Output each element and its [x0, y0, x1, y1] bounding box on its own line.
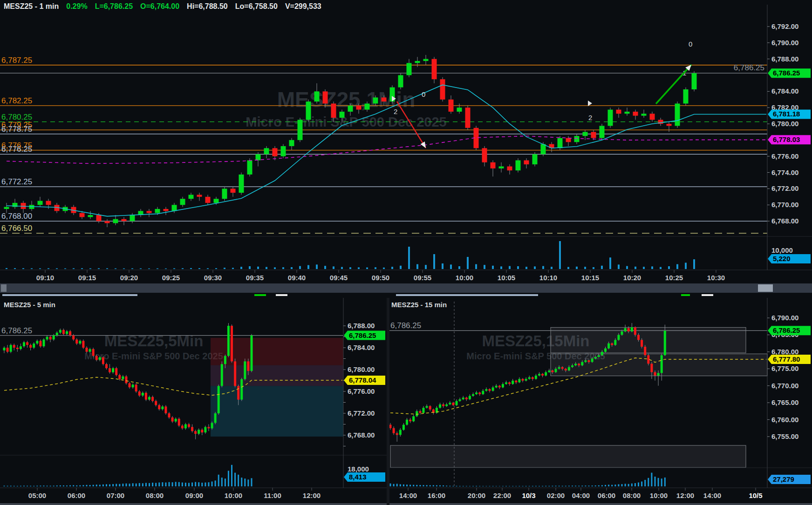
volume-bar [548, 486, 550, 486]
candle-body [675, 103, 680, 126]
volume-bar [578, 486, 580, 486]
candle-body [356, 106, 362, 110]
candle-body [46, 201, 51, 205]
candle-body [256, 154, 261, 160]
candle-body [601, 352, 603, 355]
candle-body [224, 356, 226, 364]
volume-bar [416, 485, 417, 486]
volume-bar [592, 485, 593, 486]
candle-body [222, 189, 227, 199]
price-plot-1min[interactable]: 6,787.256,782.256,780.256,779.256,778.75… [0, 0, 812, 298]
volume-bar [185, 483, 186, 486]
candle-body [578, 364, 580, 365]
panel-divider [387, 298, 389, 505]
scrollbar-track[interactable] [0, 283, 812, 293]
candle-body [289, 140, 294, 146]
volume-bar [655, 477, 656, 486]
candle-body [650, 364, 653, 372]
candle-body [105, 364, 108, 368]
candle-body [69, 331, 71, 336]
volume-bar [201, 483, 203, 486]
price-level-label: 6,768.00 [1, 212, 32, 221]
candle-body [16, 348, 19, 349]
volume-bar [635, 267, 636, 269]
candle-body [99, 357, 101, 360]
candle-body [644, 347, 646, 355]
price-plot-15min[interactable]: 6,786.256,790.006,785.006,780.006,775.00… [387, 298, 812, 505]
candle-body [3, 348, 6, 350]
candle-body [412, 416, 415, 421]
price-axis-label: 6,790.00 [771, 314, 798, 322]
candle-body [518, 379, 520, 382]
candle-body [20, 346, 22, 349]
volume-bar [467, 257, 469, 269]
volume-bar [165, 483, 166, 486]
candle-body [628, 328, 630, 331]
time-axis: 09:1009:1509:2009:2509:3009:3509:4009:45… [36, 270, 725, 282]
scrollbar-left-button[interactable] [1, 284, 7, 292]
volume-bar [539, 486, 540, 486]
volume-bar [585, 485, 586, 486]
volume-layer [390, 473, 666, 486]
candle-body [568, 367, 570, 370]
price-plot-5min[interactable]: 6,786.256,788.006,784.006,780.006,776.00… [0, 298, 387, 505]
candle-body [240, 379, 243, 400]
volume-bar [60, 485, 61, 486]
time-axis-label: 09:10 [36, 274, 54, 282]
candle-body [145, 393, 147, 400]
volume-bar [433, 485, 434, 486]
bottom-scrollbar[interactable] [0, 503, 387, 505]
candle-body [273, 148, 278, 156]
time-axis-label: 09:30 [204, 274, 222, 282]
volume-bar [129, 484, 130, 486]
volume-bar [676, 264, 678, 269]
volume-bar [162, 482, 163, 486]
volume-bar [116, 484, 117, 486]
volume-bar [247, 479, 249, 486]
volume-bar [515, 486, 517, 486]
volume-bar [341, 267, 343, 269]
candle-body [604, 349, 607, 352]
volume-bar [545, 486, 546, 486]
candle-body [36, 341, 38, 343]
candle-body [130, 215, 135, 221]
scrollbar-thumb[interactable] [758, 284, 773, 292]
zone-box [211, 338, 343, 365]
volume-bar [509, 486, 510, 486]
volume-bar [190, 268, 192, 269]
bottom-scrollbar[interactable] [389, 503, 812, 505]
time-axis-label: 04:00 [572, 492, 590, 499]
candle-body [198, 430, 200, 434]
volume-layer [4, 465, 252, 486]
volume-bar [601, 266, 603, 269]
low-price: Lo=6,758.50 [235, 2, 278, 10]
candle-body [566, 138, 571, 142]
volume-badge: 8,413 [349, 473, 367, 481]
time-axis-label: 06:00 [598, 492, 615, 499]
volume-bar [307, 265, 309, 269]
volume-bar [459, 486, 461, 486]
volume-bar [218, 475, 219, 486]
candle-body [26, 342, 28, 345]
volume-bar [76, 485, 77, 486]
volume-bar [17, 486, 18, 486]
candle-body [558, 138, 563, 148]
volume-bar [221, 478, 223, 486]
price-axis-label: 6,760.00 [771, 416, 798, 424]
open-price: O=6,764.00 [140, 2, 179, 10]
candle-body [457, 108, 462, 112]
candle-body [558, 367, 560, 369]
candle-body [382, 97, 387, 101]
volume-bar [43, 485, 44, 486]
candle-body [105, 221, 110, 223]
volume-bar [479, 486, 480, 486]
time-axis-label: 10:10 [539, 274, 557, 282]
price-axis-label: 6,768.00 [348, 431, 375, 439]
candle-body [465, 397, 468, 399]
volume-bar [115, 269, 116, 269]
volume-bar [436, 485, 437, 486]
volume-bar [403, 485, 404, 486]
price-axis-label: 6,772.00 [348, 409, 375, 417]
time-axis: 05:0006:0007:0008:0009:0010:0011:0012:00 [28, 488, 321, 499]
left-panel-range-marker-white [276, 294, 287, 296]
